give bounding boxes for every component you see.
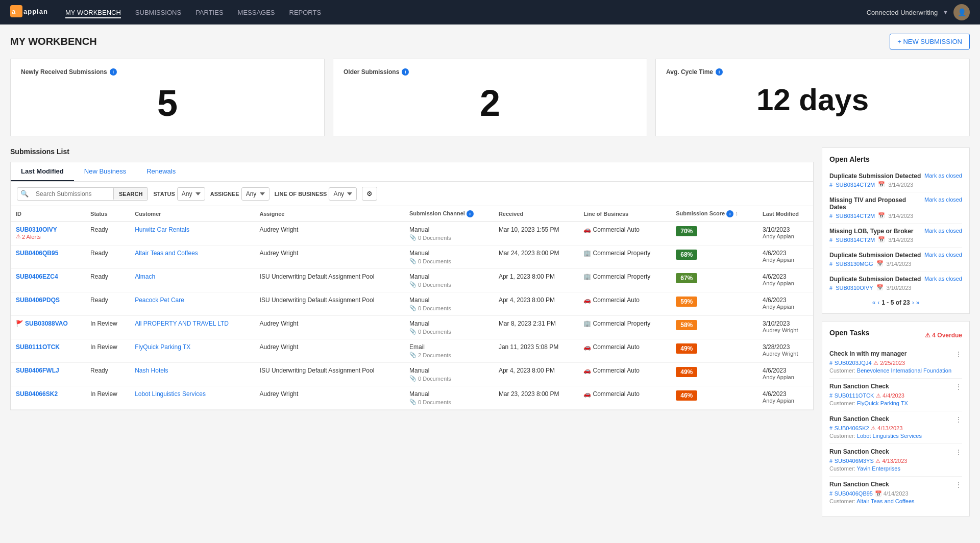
- status-filter-select[interactable]: Any: [177, 187, 205, 201]
- submission-link-4[interactable]: SUB03088VAO: [25, 320, 68, 327]
- task-item: Run Sanction Check # SUB0406SK2 ⚠ 4/13/2…: [829, 411, 962, 444]
- doc-info-0: 📎 0 Documents: [409, 234, 488, 241]
- cycle-time-info-icon[interactable]: i: [716, 68, 723, 76]
- cal-icon-3: 📅: [876, 260, 884, 267]
- score-info-icon[interactable]: i: [726, 210, 733, 217]
- tab-new-business[interactable]: New Business: [74, 162, 136, 181]
- filter-icon-button[interactable]: ⚙: [362, 187, 377, 201]
- lob-filter-select[interactable]: Any: [329, 187, 357, 201]
- mark-closed-button-3[interactable]: Mark as closed: [924, 252, 962, 258]
- task-title-0: Check in with my manager: [829, 350, 951, 357]
- task-menu-icon-4[interactable]: ⋮: [955, 481, 962, 489]
- customer-link-0[interactable]: Hurwitz Car Rentals: [135, 226, 189, 233]
- mark-closed-button-4[interactable]: Mark as closed: [924, 276, 962, 282]
- cell-lob-7: 🚗 Commercial Auto: [578, 386, 671, 410]
- task-customer-link-2[interactable]: Lobot Linguistics Services: [857, 433, 922, 439]
- customer-link-6[interactable]: Nash Hotels: [135, 367, 168, 374]
- search-input[interactable]: [32, 188, 113, 200]
- alerts-next-page[interactable]: ›: [912, 299, 914, 306]
- task-sub-link-4[interactable]: SUB0406QB95: [835, 490, 873, 497]
- open-alerts-card: Open Alerts Duplicate Submission Detecte…: [822, 147, 970, 314]
- open-tasks-header: Open Tasks ⚠ 4 Overdue: [829, 329, 962, 342]
- task-menu-icon-1[interactable]: ⋮: [955, 383, 962, 391]
- alert-sub-link-4[interactable]: SUB0310OIVY: [836, 285, 873, 291]
- nav-parties[interactable]: PARTIES: [195, 7, 223, 18]
- task-sub-link-1[interactable]: SUB0111OTCK: [835, 392, 874, 399]
- customer-link-5[interactable]: FlyQuick Parking TX: [135, 343, 190, 351]
- task-customer-link-1[interactable]: FlyQuick Parking TX: [857, 400, 908, 406]
- alert-sub-link-3[interactable]: SUB3130MGG: [836, 261, 873, 267]
- task-menu-icon-3[interactable]: ⋮: [955, 448, 962, 456]
- task-sub-link-0[interactable]: SUB0203JQJ4: [835, 360, 872, 366]
- score-sort-icon[interactable]: ↕: [735, 210, 738, 216]
- cell-lob-0: 🚗 Commercial Auto: [578, 222, 671, 245]
- avatar[interactable]: 👤: [953, 4, 970, 20]
- alerts-first-page[interactable]: «: [872, 299, 876, 306]
- customer-link-2[interactable]: Almach: [135, 273, 155, 280]
- alert-item: Duplicate Submission Detected Mark as cl…: [829, 168, 962, 192]
- new-submission-button[interactable]: + NEW SUBMISSION: [890, 34, 970, 50]
- connected-underwriting-label[interactable]: Connected Underwriting: [867, 9, 938, 16]
- channel-info-icon[interactable]: i: [467, 210, 474, 217]
- nav-my-workbench[interactable]: MY WORKBENCH: [65, 7, 121, 18]
- col-score: Submission Score i ↕: [671, 206, 757, 222]
- warning-icon: ⚠: [925, 332, 932, 339]
- lob-filter-label: LINE OF BUSINESS: [275, 191, 327, 197]
- cell-channel-4: Manual 📎 0 Documents: [404, 316, 494, 339]
- cell-channel-6: Manual 📎 0 Documents: [404, 363, 494, 386]
- nav-messages[interactable]: MESSAGES: [238, 7, 275, 18]
- task-meta-0: # SUB0203JQJ4 ⚠ 2/25/2023: [829, 359, 951, 366]
- newly-received-info-icon[interactable]: i: [110, 68, 117, 76]
- submission-link-6[interactable]: SUB0406FWLJ: [16, 367, 59, 374]
- submission-link-5[interactable]: SUB0111OTCK: [16, 343, 60, 351]
- older-submissions-info-icon[interactable]: i: [402, 68, 409, 76]
- task-menu-icon-0[interactable]: ⋮: [955, 350, 962, 358]
- cell-modified-5: 3/28/2023 Audrey Wright: [757, 339, 813, 363]
- customer-link-3[interactable]: Peacock Pet Care: [135, 297, 184, 304]
- dropdown-arrow-icon: ▼: [943, 9, 948, 15]
- task-customer-label-0: Customer:: [829, 367, 857, 374]
- submission-link-3[interactable]: SUB0406PDQS: [16, 297, 60, 304]
- cell-id-5: SUB0111OTCK: [11, 339, 85, 363]
- cell-received-6: Apr 4, 2023 8:00 PM: [494, 363, 578, 386]
- submission-link-1[interactable]: SUB0406QB95: [16, 250, 58, 257]
- left-column: Submissions List Last Modified New Busin…: [10, 147, 814, 524]
- nav-submissions[interactable]: SUBMISSIONS: [135, 7, 181, 18]
- task-meta-4: # SUB0406QB95 📅 4/14/2023: [829, 489, 915, 497]
- task-sub-link-3[interactable]: SUB0406M3YS: [835, 458, 874, 464]
- paperclip-icon-0: 📎: [409, 234, 416, 241]
- task-sub-link-2[interactable]: SUB0406SK2: [835, 425, 869, 431]
- overdue-badge: ⚠ 4 Overdue: [925, 332, 962, 339]
- submission-link-0[interactable]: SUB0310OIVY: [16, 226, 57, 233]
- cell-assignee-1: Audrey Wright: [255, 245, 404, 269]
- cell-id-4: 🚩SUB03088VAO: [11, 316, 85, 339]
- hash-icon-3: #: [829, 261, 832, 267]
- nav-reports[interactable]: REPORTS: [289, 7, 322, 18]
- tab-renewals[interactable]: Renewals: [136, 162, 186, 181]
- appian-logo: a appian: [10, 5, 51, 20]
- alerts-prev-page[interactable]: ‹: [877, 299, 879, 306]
- customer-link-1[interactable]: Altair Teas and Coffees: [135, 250, 198, 257]
- submission-link-7[interactable]: SUB04066SK2: [16, 390, 58, 398]
- assignee-filter-select[interactable]: Any: [241, 187, 270, 201]
- cell-modified-3: 4/6/2023 Andy Appian: [757, 292, 813, 316]
- search-button[interactable]: SEARCH: [113, 188, 148, 200]
- task-customer-link-3[interactable]: Yavin Enterprises: [857, 465, 900, 472]
- alert-sub-link-0[interactable]: SUB0314CT2M: [836, 182, 875, 188]
- mark-closed-button-0[interactable]: Mark as closed: [924, 172, 962, 179]
- task-customer-row-3: Customer: Yavin Enterprises: [829, 464, 907, 472]
- mark-closed-button-2[interactable]: Mark as closed: [924, 228, 962, 234]
- task-customer-link-4[interactable]: Altair Teas and Coffees: [856, 498, 914, 504]
- alert-sub-link-1[interactable]: SUB0314CT2M: [836, 213, 875, 219]
- tab-last-modified[interactable]: Last Modified: [11, 162, 74, 181]
- customer-link-7[interactable]: Lobot Linguistics Services: [135, 390, 206, 398]
- task-customer-link-0[interactable]: Benevolence International Foundation: [857, 367, 951, 374]
- mark-closed-button-1[interactable]: Mark as closed: [924, 196, 962, 203]
- cell-assignee-5: Audrey Wright: [255, 339, 404, 363]
- customer-link-4[interactable]: All PROPERTY AND TRAVEL LTD: [135, 320, 229, 327]
- alerts-last-page[interactable]: »: [916, 299, 920, 306]
- task-menu-icon-2[interactable]: ⋮: [955, 415, 962, 424]
- alert-sub-link-2[interactable]: SUB0314CT2M: [836, 237, 875, 243]
- submission-link-2[interactable]: SUB0406EZC4: [16, 273, 58, 280]
- task-row-3: Run Sanction Check # SUB0406M3YS ⚠ 4/13/…: [829, 448, 962, 472]
